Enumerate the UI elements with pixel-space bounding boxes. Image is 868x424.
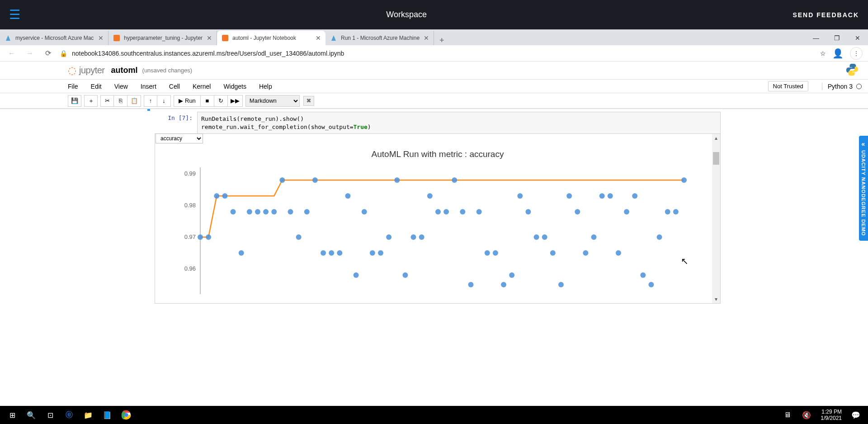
- window-controls: ― ❐ ✕: [806, 31, 868, 45]
- svg-point-46: [534, 234, 539, 240]
- svg-point-38: [468, 282, 473, 287]
- jupyter-header: ◌jupyter automl (unsaved changes): [0, 62, 868, 80]
- menu-help[interactable]: Help: [259, 83, 272, 90]
- tab-automl[interactable]: automl - Jupyter Notebook ✕: [217, 31, 326, 45]
- bookmark-icon[interactable]: ☆: [820, 50, 826, 57]
- svg-point-60: [648, 282, 654, 287]
- accuracy-chart: 0.960.970.980.99: [160, 163, 693, 299]
- svg-point-57: [624, 209, 629, 214]
- lock-icon: 🔒: [60, 50, 67, 57]
- svg-point-10: [239, 250, 244, 256]
- address-bar: ← → ⟳ 🔒 notebook134086.southcentralus.in…: [0, 45, 868, 62]
- svg-text:0.98: 0.98: [184, 202, 196, 209]
- paste-button[interactable]: 📋: [127, 95, 141, 107]
- forward-button[interactable]: →: [24, 49, 36, 57]
- kernel-indicator[interactable]: Python 3: [822, 83, 862, 90]
- metric-select[interactable]: accuracy: [156, 133, 203, 143]
- svg-point-34: [435, 209, 441, 214]
- insert-cell-button[interactable]: ＋: [84, 95, 98, 107]
- minimize-button[interactable]: ―: [806, 31, 826, 45]
- svg-point-43: [509, 272, 514, 278]
- svg-point-12: [255, 209, 260, 214]
- not-trusted-button[interactable]: Not Trusted: [768, 81, 808, 91]
- run-button[interactable]: ▶ Run: [174, 95, 201, 107]
- close-icon[interactable]: ✕: [424, 34, 429, 42]
- restart-run-all-button[interactable]: ▶▶: [228, 95, 243, 107]
- svg-point-7: [214, 193, 219, 199]
- jupyter-icon: [222, 34, 229, 42]
- svg-point-20: [321, 250, 326, 256]
- svg-point-42: [501, 282, 506, 287]
- jupyter-logo[interactable]: ◌jupyter: [68, 65, 105, 76]
- cell-type-select[interactable]: Markdown: [245, 95, 300, 107]
- tab-hyperparameter[interactable]: hyperparameter_tuning - Jupyter ✕: [108, 31, 217, 45]
- svg-point-22: [337, 250, 342, 256]
- svg-point-26: [370, 250, 375, 256]
- tab-run1[interactable]: Run 1 - Microsoft Azure Machine ✕: [326, 31, 434, 45]
- menu-edit[interactable]: Edit: [91, 83, 102, 90]
- send-feedback-button[interactable]: SEND FEEDBACK: [793, 11, 859, 19]
- close-window-button[interactable]: ✕: [847, 31, 868, 45]
- cell-running-indicator: [147, 109, 150, 111]
- kernel-status-icon: [856, 84, 862, 89]
- svg-point-32: [419, 234, 425, 240]
- jupyter-icon: [113, 34, 120, 42]
- svg-point-18: [304, 209, 310, 214]
- menu-cell[interactable]: Cell: [169, 83, 180, 90]
- svg-point-30: [402, 272, 408, 278]
- svg-point-47: [542, 234, 547, 240]
- save-button[interactable]: 💾: [68, 95, 81, 107]
- menu-file[interactable]: File: [68, 83, 78, 90]
- tab-myservice[interactable]: myservice - Microsoft Azure Mac ✕: [0, 31, 108, 45]
- svg-point-45: [525, 209, 531, 214]
- svg-point-40: [485, 250, 490, 256]
- move-up-button[interactable]: ↑: [144, 95, 157, 107]
- close-icon[interactable]: ✕: [207, 34, 212, 42]
- svg-point-31: [411, 234, 416, 240]
- input-prompt: In [7]:: [147, 112, 197, 134]
- back-button[interactable]: ←: [5, 49, 18, 57]
- svg-point-36: [452, 177, 457, 183]
- move-down-button[interactable]: ↓: [157, 95, 171, 107]
- svg-point-25: [362, 209, 367, 214]
- menu-icon[interactable]: ☰: [9, 7, 20, 22]
- svg-point-19: [312, 177, 318, 183]
- svg-point-15: [279, 177, 285, 183]
- command-palette-button[interactable]: ⌘: [303, 96, 314, 106]
- svg-point-48: [550, 250, 556, 256]
- svg-point-28: [386, 234, 392, 240]
- jupyter-menubar: File Edit View Insert Cell Kernel Widget…: [0, 80, 868, 93]
- menu-insert[interactable]: Insert: [141, 83, 156, 90]
- interrupt-button[interactable]: ■: [201, 95, 214, 107]
- udacity-flag[interactable]: « UDACITY NANODEGREE DEMO: [859, 136, 868, 241]
- notebook-name[interactable]: automl: [111, 66, 138, 75]
- svg-point-33: [427, 193, 433, 199]
- new-tab-button[interactable]: +: [434, 36, 450, 45]
- svg-point-6: [206, 234, 211, 240]
- code-cell[interactable]: In [7]: RunDetails(remote_run).show() re…: [147, 112, 721, 134]
- copy-button[interactable]: ⎘: [114, 95, 127, 107]
- menu-widgets[interactable]: Widgets: [223, 83, 246, 90]
- svg-point-59: [640, 272, 646, 278]
- svg-point-61: [657, 234, 662, 240]
- svg-point-50: [566, 193, 572, 199]
- cell-output: accuracy ▴ ▾ AutoML Run with metric : ac…: [155, 133, 721, 304]
- restart-button[interactable]: ↻: [214, 95, 228, 107]
- cut-button[interactable]: ✂: [100, 95, 114, 107]
- url-input[interactable]: 🔒 notebook134086.southcentralus.instance…: [60, 50, 815, 57]
- close-icon[interactable]: ✕: [316, 34, 321, 42]
- close-icon[interactable]: ✕: [98, 34, 104, 42]
- maximize-button[interactable]: ❐: [826, 31, 847, 45]
- menu-kernel[interactable]: Kernel: [193, 83, 211, 90]
- code-input[interactable]: RunDetails(remote_run).show() remote_run…: [197, 112, 721, 134]
- svg-point-53: [591, 234, 597, 240]
- svg-point-21: [329, 250, 334, 256]
- chart-title: AutoML Run with metric : accuracy: [160, 149, 716, 159]
- svg-point-62: [665, 209, 670, 214]
- menu-view[interactable]: View: [114, 83, 128, 90]
- svg-point-63: [673, 209, 679, 214]
- reload-button[interactable]: ⟳: [42, 49, 54, 57]
- profile-icon[interactable]: 👤: [832, 48, 844, 59]
- svg-point-58: [632, 193, 637, 199]
- browser-menu-button[interactable]: ⋮: [850, 47, 863, 60]
